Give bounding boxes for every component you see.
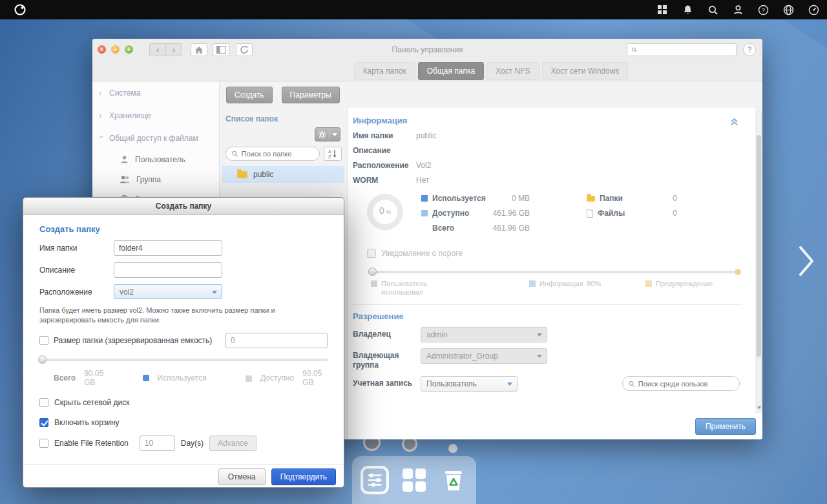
- back-button[interactable]: ‹: [149, 43, 166, 56]
- retention-days-input[interactable]: [140, 436, 175, 451]
- folder-list-title: Список папок: [222, 108, 344, 123]
- files-count: 0: [673, 209, 677, 218]
- app-center-dock-icon[interactable]: [399, 465, 430, 496]
- files-label: Файлы: [598, 209, 625, 218]
- system-topbar: ?: [0, 0, 827, 19]
- forward-button[interactable]: ›: [165, 43, 182, 56]
- chevron-down-icon: [212, 291, 217, 294]
- recycle-checkbox[interactable]: [39, 418, 48, 427]
- collapse-section-icon[interactable]: [730, 117, 738, 129]
- recycle-bin-dock-icon[interactable]: [438, 465, 469, 496]
- next-page-chevron[interactable]: [797, 244, 815, 280]
- window-help-button[interactable]: ?: [743, 43, 756, 56]
- window-search-input[interactable]: [640, 46, 732, 54]
- sidebar-group-system[interactable]: › Система: [92, 81, 219, 104]
- language-icon[interactable]: [782, 4, 794, 16]
- apply-button[interactable]: Применить: [695, 418, 756, 435]
- sidebar-group-label: Система: [109, 89, 140, 98]
- folder-list: public: [222, 166, 344, 183]
- info-field: Имя папки public: [353, 131, 742, 140]
- window-titlebar: × − + ‹ › Панель управления ?: [92, 39, 762, 60]
- account-type-dropdown[interactable]: Пользователь: [421, 376, 518, 392]
- notifications-icon[interactable]: [682, 4, 693, 16]
- refresh-button[interactable]: [236, 43, 253, 56]
- sort-button[interactable]: AZ: [324, 147, 342, 161]
- maximize-button[interactable]: +: [125, 45, 133, 54]
- available-legend-swatch: [421, 210, 428, 216]
- description-input[interactable]: [114, 262, 222, 278]
- quota-slider: [39, 359, 328, 361]
- folder-list-item[interactable]: public: [222, 166, 344, 183]
- tab-folder-map[interactable]: Карта папок: [354, 62, 415, 80]
- options-button[interactable]: Параметры: [282, 87, 340, 103]
- sidebar-toggle-button[interactable]: [213, 43, 229, 56]
- resource-monitor-icon[interactable]: [808, 4, 819, 16]
- field-label: Расположение: [353, 161, 416, 170]
- folder-name-input[interactable]: [114, 240, 222, 256]
- apps-grid-icon[interactable]: [656, 4, 668, 16]
- sidebar-group-file-sharing[interactable]: › Общий доступ к файлам: [92, 127, 219, 149]
- location-dropdown[interactable]: vol2: [114, 284, 222, 299]
- total-label: Всего: [54, 373, 76, 383]
- hide-network-checkbox[interactable]: [39, 398, 48, 407]
- scrollbar-thumb[interactable]: [757, 135, 761, 357]
- slider-handle[interactable]: [368, 268, 377, 276]
- dialog-titlebar[interactable]: Создать папку: [23, 198, 344, 215]
- user-search-input[interactable]: [638, 380, 734, 388]
- used-legend-swatch: [421, 195, 428, 202]
- description-label: Описание: [39, 266, 114, 275]
- search-icon[interactable]: [707, 4, 718, 16]
- desktop: ? × − + ‹ ›: [0, 0, 827, 504]
- legend-value: 80%: [587, 280, 601, 288]
- home-button[interactable]: [191, 43, 207, 56]
- warning-legend-swatch: [645, 280, 652, 287]
- threshold-checkbox[interactable]: [367, 249, 376, 258]
- advance-button[interactable]: Advance: [209, 436, 256, 451]
- quota-row: Размер папки (зарезервированная емкость): [39, 333, 328, 348]
- chevron-down-icon: [332, 133, 337, 136]
- cancel-button[interactable]: Отмена: [218, 468, 266, 485]
- help-icon[interactable]: ?: [757, 4, 769, 16]
- sidebar-group-label: Общий доступ к файлам: [109, 134, 198, 143]
- field-value: Vol2: [416, 161, 431, 170]
- confirm-button[interactable]: Подтвердить: [271, 468, 336, 485]
- nas-logo-icon[interactable]: [13, 3, 27, 17]
- owner-dropdown[interactable]: admin: [421, 327, 547, 342]
- folder-settings-button[interactable]: [315, 127, 340, 142]
- sidebar-item-group[interactable]: Группа: [92, 169, 219, 189]
- sidebar-item-user[interactable]: Пользователь: [92, 149, 219, 169]
- threshold-slider: [370, 271, 740, 273]
- location-label: Расположение: [39, 288, 114, 297]
- quota-input[interactable]: [225, 333, 328, 348]
- total-label: Всего: [432, 224, 454, 233]
- history-nav: ‹ ›: [149, 43, 182, 56]
- vertical-scrollbar[interactable]: [756, 110, 762, 411]
- usage-percent-unit: %: [386, 209, 391, 215]
- control-panel-dock-icon[interactable]: [359, 465, 390, 496]
- apply-footer: Применить: [347, 414, 762, 439]
- recycle-row: Включить корзину: [39, 418, 328, 427]
- slider-handle[interactable]: [38, 355, 47, 364]
- user-icon[interactable]: [732, 4, 744, 16]
- owner-group-dropdown[interactable]: Administrator_Group: [421, 348, 547, 364]
- create-button[interactable]: Создать: [226, 87, 273, 103]
- retention-checkbox[interactable]: [39, 439, 48, 448]
- quota-checkbox[interactable]: [39, 336, 48, 345]
- close-button[interactable]: ×: [98, 45, 106, 54]
- dialog-hint-text: Папка будет иметь размер vol2. Можно так…: [39, 306, 328, 325]
- hidden-desktop-icon: [448, 444, 457, 453]
- tab-shared-folder[interactable]: Общая папка: [418, 62, 484, 80]
- owner-label: Владелец: [353, 327, 421, 339]
- folder-name: public: [253, 170, 273, 179]
- account-type-value: Пользователь: [426, 379, 477, 388]
- sidebar-group-storage[interactable]: › Хранилище: [92, 104, 219, 127]
- hide-network-label: Скрыть сетевой диск: [54, 398, 130, 407]
- tab-windows-host[interactable]: Хост сети Windows: [542, 62, 629, 80]
- total-value: 90.05 GB: [84, 369, 111, 387]
- scroll-down-arrow[interactable]: [757, 406, 761, 409]
- tab-nfs-host[interactable]: Хост NFS: [487, 62, 539, 80]
- minimize-button[interactable]: −: [111, 45, 120, 54]
- folder-search-input[interactable]: [242, 150, 314, 158]
- tabbar: Карта папок Общая папка Хост NFS Хост се…: [92, 60, 762, 81]
- field-label: WORM: [353, 176, 416, 185]
